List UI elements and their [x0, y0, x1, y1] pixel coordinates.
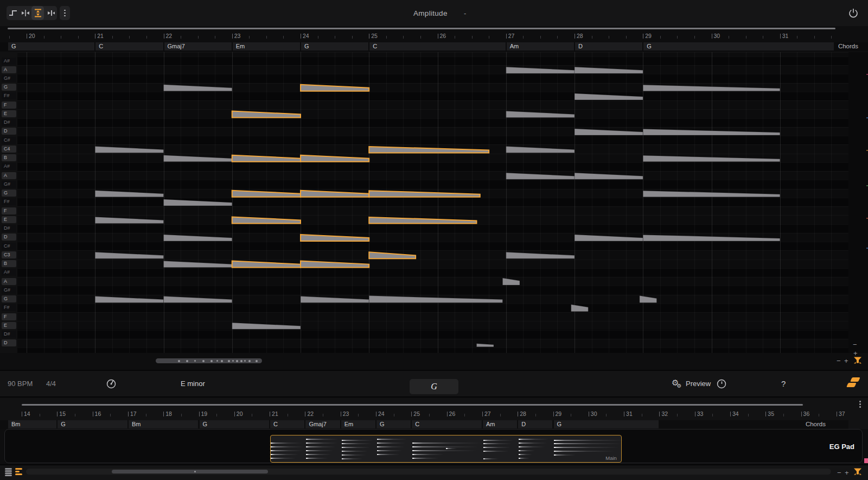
piano-key-A-white[interactable]: A: [2, 172, 16, 179]
piano-key-D#-black[interactable]: D#: [2, 119, 16, 126]
clip-note-preview: [483, 447, 510, 448]
piano-key-G-white[interactable]: G: [2, 190, 16, 197]
display-mode-label[interactable]: Amplitude: [413, 9, 448, 17]
chord-segment[interactable]: G: [58, 420, 127, 428]
grid-beat-line: [352, 52, 353, 353]
time-signature-label[interactable]: 4/4: [46, 380, 56, 388]
chord-segment[interactable]: C: [369, 42, 506, 50]
piano-key-C3-white[interactable]: C3: [2, 251, 16, 258]
track-lane[interactable]: EG Pad Main: [4, 429, 863, 463]
chord-segment[interactable]: Gmaj7: [164, 42, 232, 50]
lower-menu-dots[interactable]: [859, 401, 861, 408]
piano-key-F-white[interactable]: F: [2, 102, 16, 109]
piano-key-D#-black[interactable]: D#: [2, 331, 16, 338]
chord-segment[interactable]: G: [376, 420, 411, 428]
piano-key-G-white[interactable]: G: [2, 84, 16, 91]
chord-segment[interactable]: C: [95, 42, 163, 50]
piano-key-A-white[interactable]: A: [2, 278, 16, 285]
piano-key-A#-black[interactable]: A#: [2, 58, 16, 65]
piano-key-C4-white[interactable]: C4: [2, 146, 16, 153]
piano-key-G-white[interactable]: G: [2, 295, 16, 302]
piano-key-D-white[interactable]: D: [2, 128, 16, 135]
preview-notice-icon[interactable]: [716, 378, 727, 391]
chord-segment[interactable]: Gmaj7: [305, 420, 340, 428]
ruler-bar-tick: [624, 412, 624, 416]
step-curve-icon[interactable]: [7, 6, 19, 20]
arrangement-scrollbar-track[interactable]: [26, 469, 831, 475]
arrangement-zoom-in-button[interactable]: +: [845, 469, 849, 477]
piano-key-C#-black[interactable]: C#: [2, 137, 16, 144]
pattern-clip[interactable]: Main: [270, 435, 622, 463]
chord-segment[interactable]: Em: [341, 420, 375, 428]
arrangement-zoom-out-button[interactable]: −: [837, 469, 841, 477]
piano-key-F-white[interactable]: F: [2, 207, 16, 214]
piano-key-E-white[interactable]: E: [2, 322, 16, 329]
arrangement-scroll-indicator[interactable]: [22, 404, 803, 406]
piano-key-G#-black[interactable]: G#: [2, 181, 16, 188]
piano-key-B-white[interactable]: B: [2, 154, 16, 161]
ruler-beat-tick: [712, 414, 713, 416]
preview-button[interactable]: Preview: [686, 380, 711, 388]
brand-logo-icon[interactable]: [846, 377, 860, 388]
piano-key-D#-black[interactable]: D#: [2, 225, 16, 232]
ruler-bar-tick: [589, 412, 589, 416]
grid-row: [17, 171, 848, 180]
piano-key-F#-black[interactable]: F#: [2, 198, 16, 205]
horizontal-zoom-in-button[interactable]: +: [844, 357, 848, 365]
piano-key-G#-black[interactable]: G#: [2, 287, 16, 294]
chord-segment[interactable]: G: [301, 42, 368, 50]
piano-key-G#-black[interactable]: G#: [2, 75, 16, 82]
chord-segment[interactable]: G: [554, 420, 659, 428]
settings-gears-icon[interactable]: ⚙⚙: [672, 378, 684, 388]
piano-key-C#-black[interactable]: C#: [2, 243, 16, 250]
piano-key-F#-black[interactable]: F#: [2, 304, 16, 311]
chord-segment[interactable]: C: [412, 420, 482, 428]
piano-key-F-white[interactable]: F: [2, 313, 16, 320]
horizontal-spread-icon[interactable]: [19, 6, 31, 20]
piano-key-D-white[interactable]: D: [2, 339, 16, 346]
vertical-amplitude-icon[interactable]: [31, 6, 44, 20]
piano-key-E-white[interactable]: E: [2, 110, 16, 117]
piano-key-A#-black[interactable]: A#: [2, 269, 16, 276]
chord-segment[interactable]: D: [575, 42, 642, 50]
more-options-button[interactable]: [60, 6, 70, 20]
filter-funnel-icon-bottom[interactable]: [853, 467, 863, 479]
help-button[interactable]: ?: [781, 379, 786, 388]
chord-segment[interactable]: Bm: [8, 420, 56, 428]
piano-roll-scrollbar[interactable]: [156, 358, 262, 363]
metronome-icon[interactable]: [105, 378, 117, 392]
ruler-bar-tick: [163, 412, 164, 416]
chord-segment[interactable]: G: [8, 42, 94, 50]
chord-segment[interactable]: Am: [483, 420, 517, 428]
timeline-scroll-indicator[interactable]: [8, 28, 835, 29]
chord-segment[interactable]: D: [518, 420, 552, 428]
power-icon[interactable]: [848, 8, 859, 21]
bpm-label[interactable]: 90 BPM: [8, 380, 33, 388]
song-key-label[interactable]: E minor: [181, 380, 205, 388]
ruler-bar-tick: [270, 412, 270, 416]
current-chord-button[interactable]: G: [410, 379, 458, 394]
chord-segment[interactable]: Em: [233, 42, 300, 50]
chord-segment[interactable]: C: [270, 420, 304, 428]
arrangement-scrollbar-handle[interactable]: [112, 470, 268, 473]
pan-icon[interactable]: [44, 6, 56, 20]
ruler-bar-number: 21: [97, 33, 104, 39]
piano-key-A#-black[interactable]: A#: [2, 163, 16, 170]
filter-funnel-icon[interactable]: [853, 356, 863, 368]
piano-key-E-white[interactable]: E: [2, 216, 16, 223]
ruler-beat-tick: [386, 36, 387, 39]
horizontal-zoom-out-button[interactable]: −: [837, 357, 841, 365]
piano-key-B-white[interactable]: B: [2, 260, 16, 267]
piano-key-F#-black[interactable]: F#: [2, 92, 16, 99]
piano-key-D-white[interactable]: D: [2, 233, 16, 241]
display-mode-value[interactable]: -: [464, 9, 466, 17]
chord-segment[interactable]: Bm: [129, 420, 199, 428]
chord-segment[interactable]: G: [643, 42, 834, 50]
arrangement-ruler[interactable]: 1415161718192021222324252627282930313233…: [0, 408, 848, 419]
chord-segment[interactable]: G: [200, 420, 270, 428]
piano-roll-ruler[interactable]: 202122232425262728293031: [0, 30, 848, 41]
vertical-zoom-out-button[interactable]: −: [853, 340, 857, 349]
chord-segment[interactable]: Am: [507, 42, 574, 50]
piano-roll-grid[interactable]: [17, 52, 848, 353]
piano-key-A-white[interactable]: A: [2, 66, 16, 73]
